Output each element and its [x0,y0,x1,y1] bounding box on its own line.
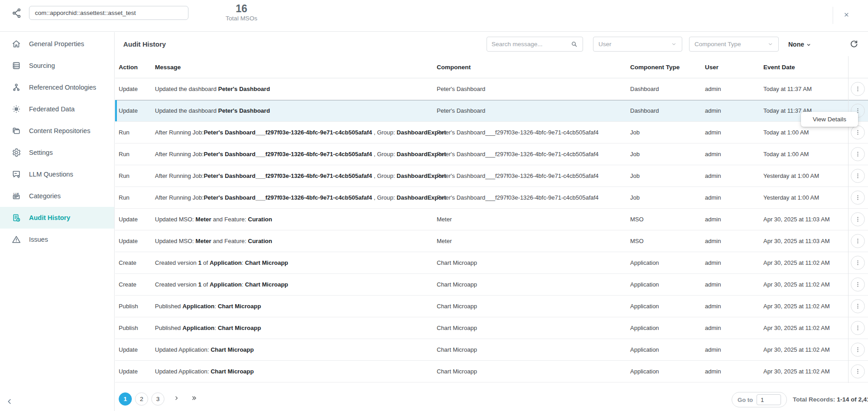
asset-name-input[interactable] [29,6,188,20]
message-search [487,37,583,52]
row-actions-button[interactable] [851,256,865,270]
sidebar-item-categories[interactable]: LLMCategories [0,185,114,207]
total-msos-label: Total MSOs [217,15,266,22]
component-type-cell: Application [630,361,659,382]
event-date-cell: Apr 30, 2025 at 11:03 AM [763,230,829,252]
sidebar-item-general-properties[interactable]: General Properties [0,33,114,55]
row-actions-button[interactable] [851,147,865,161]
row-actions-button[interactable] [851,82,865,96]
action-cell: Update [119,230,138,252]
table-row[interactable]: RunAfter Running Job:Peter's Dashboard__… [115,122,868,143]
message-cell: After Running Job:Peter's Dashboard___f2… [155,187,446,209]
component-type-filter-select[interactable]: Component Type [689,37,779,52]
close-button[interactable] [839,9,853,22]
row-actions-button[interactable] [851,277,865,292]
table-row[interactable]: UpdateUpdated the dashboard Peter's Dash… [115,100,868,122]
table-row[interactable]: PublishPublished Application: Chart Micr… [115,296,868,317]
context-menu: View Details [801,112,858,127]
sidebar-item-llm-questions[interactable]: LLM Questions [0,163,114,185]
table-row[interactable]: UpdateUpdated the dashboard Peter's Dash… [115,78,868,100]
view-details-item[interactable]: View Details [813,116,846,123]
table-row[interactable]: RunAfter Running Job:Peter's Dashboard__… [115,187,868,209]
sidebar-collapse-button[interactable] [4,397,15,408]
goto-page-input[interactable] [757,394,781,405]
audit-history-icon [11,213,21,223]
none-filter-dropdown[interactable]: None [788,32,811,56]
sidebar-item-label: Federated Data [29,105,75,113]
refresh-button[interactable] [849,39,859,49]
none-filter-label: None [788,41,804,48]
sidebar-item-referenced-ontologies[interactable]: Referenced Ontologies [0,76,114,98]
table-row[interactable]: UpdateUpdated Application: Chart Microap… [115,361,868,382]
component-type-cell: Job [630,187,640,209]
component-cell: Meter [437,230,452,252]
main-content: Audit History User Component Type None A… [115,32,868,411]
sidebar-item-label: LLM Questions [29,171,73,178]
table-row[interactable]: UpdateUpdated Application: Chart Microap… [115,339,868,361]
kebab-icon [854,237,862,245]
user-cell: admin [705,361,721,382]
sidebar-item-content-repositories[interactable]: Content Repositories [0,120,114,142]
chevron-down-icon [806,42,811,47]
row-actions-button[interactable] [851,364,865,378]
component-cell: Peter's Dashboard [437,78,485,100]
federated-data-icon [11,104,21,114]
repository-icon [11,126,21,136]
action-cell: Run [119,187,130,209]
sidebar-item-audit-history[interactable]: Audit History [0,207,114,229]
user-cell: admin [705,296,721,317]
sidebar-item-settings[interactable]: Settings [0,142,114,163]
search-icon[interactable] [570,40,578,48]
row-actions-button[interactable] [851,191,865,205]
message-cell: Published Application: Chart Microapp [155,317,261,339]
home-icon [11,39,21,49]
table-row[interactable]: CreateCreated version 1 of Application: … [115,274,868,296]
row-actions-button[interactable] [851,299,865,313]
component-type-cell: Job [630,165,640,187]
next-page-button[interactable] [170,393,182,405]
page-2-button[interactable]: 2 [135,392,148,406]
kebab-icon [854,346,862,354]
table-row[interactable]: CreateCreated version 1 of Application: … [115,252,868,274]
row-actions-button[interactable] [851,234,865,248]
page-3-button[interactable]: 3 [151,392,164,406]
user-filter-select[interactable]: User [593,37,682,52]
table-row[interactable]: PublishPublished Application: Chart Micr… [115,317,868,339]
action-cell: Update [119,339,138,361]
row-actions-button[interactable] [851,321,865,335]
event-date-cell: Yesterday at 1:00 AM [763,187,819,209]
table-row[interactable]: RunAfter Running Job:Peter's Dashboard__… [115,143,868,165]
row-actions-button[interactable] [851,212,865,226]
kebab-icon [854,302,862,310]
sidebar-item-sourcing[interactable]: Sourcing [0,55,114,76]
message-cell: Updated the dashboard Peter's Dashboard [155,100,270,122]
last-page-button[interactable] [188,393,200,405]
total-records: Total Records: 1-14 of 2,415 [793,392,868,407]
topbar: 16 Total MSOs [0,0,868,32]
row-actions-button[interactable] [851,169,865,183]
topbar-divider [833,7,833,24]
component-type-cell: Dashboard [630,78,659,100]
message-cell: Created version 1 of Application: Chart … [155,274,288,296]
total-records-value: 1-14 of 2,415 [837,396,868,403]
sidebar-item-label: Audit History [29,214,70,221]
table-row[interactable]: UpdateUpdated MSO: Meter and Feature: Cu… [115,209,868,230]
component-cell: Chart Microapp [437,361,477,382]
table-row[interactable]: RunAfter Running Job:Peter's Dashboard__… [115,165,868,187]
row-actions-button[interactable] [851,343,865,357]
row-actions-button[interactable] [851,125,865,139]
component-type-filter-label: Component Type [694,41,741,48]
search-input[interactable] [492,41,568,48]
user-cell: admin [705,252,721,274]
goto-page-control: Go to [732,392,787,407]
sidebar-item-federated-data[interactable]: Federated Data [0,98,114,120]
page-1-button[interactable]: 1 [119,392,132,406]
event-date-cell: Apr 30, 2025 at 11:02 AM [763,296,829,317]
sidebar-item-issues[interactable]: Issues [0,229,114,250]
gear-icon [11,148,21,158]
user-cell: admin [705,165,721,187]
table-row[interactable]: UpdateUpdated MSO: Meter and Feature: Cu… [115,230,868,252]
kebab-icon [854,150,862,158]
user-cell: admin [705,143,721,165]
component-cell: Chart Microapp [437,274,477,296]
